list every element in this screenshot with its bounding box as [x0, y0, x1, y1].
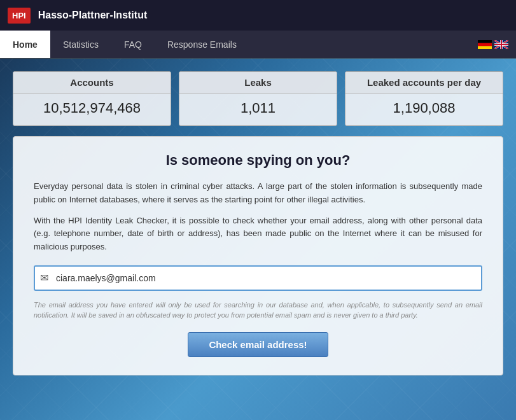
main-card: Is someone spying on you? Everyday perso…	[13, 136, 503, 375]
stat-label-leaks: Leaks	[179, 72, 337, 94]
envelope-icon: ✉	[40, 272, 48, 284]
stat-label-accounts: Accounts	[13, 72, 171, 94]
stat-value-leaked-per-day: 1,190,088	[353, 100, 495, 116]
disclaimer-text: The email address you have entered will …	[34, 300, 482, 321]
stat-value-leaks: 1,011	[187, 100, 329, 116]
main-nav: Home Statistics FAQ Response Emails	[0, 31, 516, 59]
logo-box: HPI	[8, 8, 31, 24]
stat-label-leaked-per-day: Leaked accounts per day	[345, 72, 503, 94]
stat-value-accounts: 10,512,974,468	[21, 100, 163, 116]
flag-gb-icon[interactable]	[494, 40, 508, 49]
stat-card-leaked-per-day: Leaked accounts per day 1,190,088	[345, 71, 503, 126]
check-email-button[interactable]: Check email address!	[188, 332, 328, 357]
svg-rect-2	[478, 46, 492, 49]
svg-rect-1	[478, 43, 492, 46]
nav-item-response-emails[interactable]: Response Emails	[155, 31, 249, 58]
svg-rect-0	[478, 40, 492, 43]
flag-de-icon[interactable]	[478, 40, 492, 49]
stat-card-leaks: Leaks 1,011	[179, 71, 337, 126]
hero-section: Accounts 10,512,974,468 Leaks 1,011 Leak…	[0, 59, 516, 420]
logo-text: HPI	[12, 11, 26, 20]
card-title: Is someone spying on you?	[34, 152, 482, 169]
email-input-row: ✉	[34, 265, 482, 291]
card-paragraph-1: Everyday personal data is stolen in crim…	[34, 180, 482, 207]
check-btn-row: Check email address!	[34, 332, 482, 357]
stats-bar: Accounts 10,512,974,468 Leaks 1,011 Leak…	[0, 59, 516, 136]
card-paragraph-2: With the HPI Identity Leak Checker, it i…	[34, 214, 482, 254]
nav-item-home[interactable]: Home	[0, 31, 50, 58]
header-title: Hasso-Plattner-Institut	[38, 10, 148, 21]
stat-card-accounts: Accounts 10,512,974,468	[13, 71, 171, 126]
nav-item-faq[interactable]: FAQ	[111, 31, 155, 58]
nav-item-statistics[interactable]: Statistics	[50, 31, 111, 58]
header: HPI Hasso-Plattner-Institut	[0, 0, 516, 31]
email-input[interactable]	[53, 267, 476, 290]
flag-area	[478, 31, 516, 58]
